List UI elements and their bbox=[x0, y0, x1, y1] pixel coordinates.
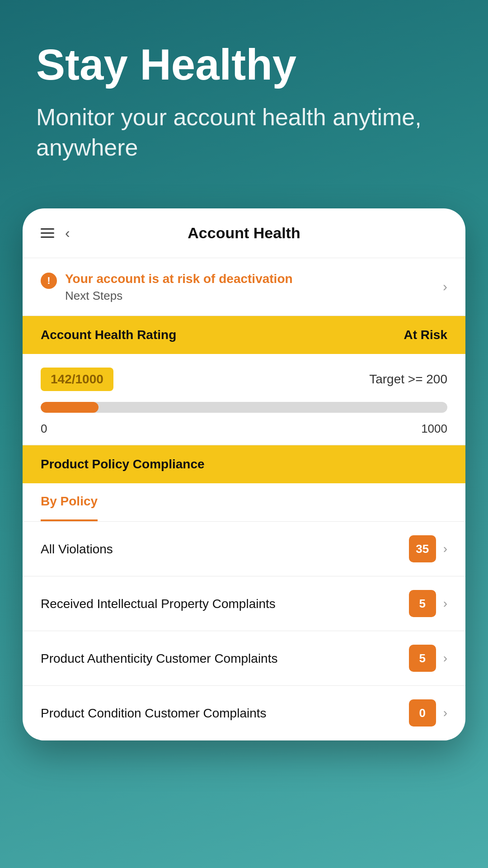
score-range-row: 0 1000 bbox=[41, 422, 447, 436]
tab-by-policy[interactable]: By Policy bbox=[41, 483, 98, 521]
policy-header-text: Product Policy Compliance bbox=[41, 457, 205, 471]
score-max: 1000 bbox=[421, 422, 447, 436]
score-min: 0 bbox=[41, 422, 47, 436]
phone-card: ‹ Account Health ! Your account is at ri… bbox=[23, 208, 465, 741]
alert-left: ! Your account is at risk of deactivatio… bbox=[41, 271, 293, 303]
list-chevron-icon: › bbox=[443, 651, 447, 665]
warning-icon: ! bbox=[41, 273, 57, 289]
hero-subtitle: Monitor your account health anytime, any… bbox=[36, 102, 452, 163]
list-item[interactable]: All Violations 35 › bbox=[23, 522, 465, 576]
list-item-text: Product Authenticity Customer Complaints bbox=[41, 651, 277, 665]
rating-label: Account Health Rating bbox=[41, 328, 176, 342]
rating-value: At Risk bbox=[404, 328, 447, 342]
progress-bar-fill bbox=[41, 402, 99, 413]
count-badge: 5 bbox=[409, 590, 436, 617]
list-item-text: All Violations bbox=[41, 542, 113, 556]
list-item[interactable]: Product Condition Customer Complaints 0 … bbox=[23, 686, 465, 741]
hero-section: Stay Healthy Monitor your account health… bbox=[0, 0, 488, 190]
tabs-container: By Policy bbox=[23, 483, 465, 522]
policy-header: Product Policy Compliance bbox=[23, 445, 465, 483]
score-section: 142/1000 Target >= 200 0 1000 bbox=[23, 354, 465, 445]
alert-banner[interactable]: ! Your account is at risk of deactivatio… bbox=[23, 258, 465, 316]
page-title: Account Health bbox=[188, 224, 300, 242]
count-badge: 35 bbox=[409, 535, 436, 562]
hamburger-icon[interactable] bbox=[41, 228, 54, 238]
list-chevron-icon: › bbox=[443, 706, 447, 720]
alert-sub-text: Next Steps bbox=[65, 289, 293, 303]
list-item-text: Received Intellectual Property Complaint… bbox=[41, 597, 276, 611]
list-item[interactable]: Product Authenticity Customer Complaints… bbox=[23, 631, 465, 686]
score-badge: 142/1000 bbox=[41, 368, 113, 391]
hero-title: Stay Healthy bbox=[36, 41, 452, 89]
top-bar: ‹ Account Health bbox=[23, 208, 465, 258]
list-chevron-icon: › bbox=[443, 596, 447, 611]
alert-main-text: Your account is at risk of deactivation bbox=[65, 271, 293, 287]
back-icon[interactable]: ‹ bbox=[65, 225, 70, 241]
list-item[interactable]: Received Intellectual Property Complaint… bbox=[23, 576, 465, 631]
rating-header: Account Health Rating At Risk bbox=[23, 316, 465, 354]
score-row: 142/1000 Target >= 200 bbox=[41, 368, 447, 391]
progress-bar bbox=[41, 402, 447, 413]
count-badge: 0 bbox=[409, 699, 436, 726]
list-chevron-icon: › bbox=[443, 542, 447, 556]
score-target: Target >= 200 bbox=[369, 372, 447, 387]
count-badge: 5 bbox=[409, 645, 436, 672]
list-item-text: Product Condition Customer Complaints bbox=[41, 706, 267, 720]
alert-chevron-icon: › bbox=[443, 279, 447, 294]
